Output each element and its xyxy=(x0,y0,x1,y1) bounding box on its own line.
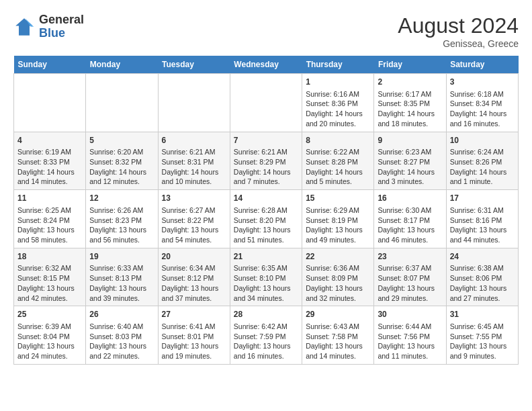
day-number: 28 xyxy=(234,309,298,320)
day-info: Sunrise: 6:31 AM Sunset: 8:16 PM Dayligh… xyxy=(450,205,515,245)
calendar-cell: 28Sunrise: 6:42 AM Sunset: 7:59 PM Dayli… xyxy=(230,306,302,365)
calendar-cell: 20Sunrise: 6:34 AM Sunset: 8:12 PM Dayli… xyxy=(158,248,230,306)
day-number: 30 xyxy=(378,309,442,320)
week-row-4: 18Sunrise: 6:32 AM Sunset: 8:15 PM Dayli… xyxy=(14,248,519,306)
week-row-1: 1Sunrise: 6:16 AM Sunset: 8:36 PM Daylig… xyxy=(14,74,519,132)
day-number: 6 xyxy=(162,135,226,146)
logo: General Blue xyxy=(13,13,84,40)
calendar-cell: 17Sunrise: 6:31 AM Sunset: 8:16 PM Dayli… xyxy=(446,190,518,248)
calendar-cell: 2Sunrise: 6:17 AM Sunset: 8:35 PM Daylig… xyxy=(374,74,446,132)
calendar-cell: 5Sunrise: 6:20 AM Sunset: 8:32 PM Daylig… xyxy=(86,132,158,190)
day-info: Sunrise: 6:23 AM Sunset: 8:27 PM Dayligh… xyxy=(378,147,442,187)
page-header: General Blue August 2024 Genissea, Greec… xyxy=(13,13,519,49)
header-wednesday: Wednesday xyxy=(230,56,302,74)
calendar-cell: 1Sunrise: 6:16 AM Sunset: 8:36 PM Daylig… xyxy=(302,74,374,132)
day-number: 2 xyxy=(378,77,442,88)
day-info: Sunrise: 6:25 AM Sunset: 8:24 PM Dayligh… xyxy=(17,205,82,245)
day-number: 11 xyxy=(17,193,82,204)
calendar-cell: 4Sunrise: 6:19 AM Sunset: 8:33 PM Daylig… xyxy=(14,132,86,190)
calendar-cell: 21Sunrise: 6:35 AM Sunset: 8:10 PM Dayli… xyxy=(230,248,302,306)
day-info: Sunrise: 6:30 AM Sunset: 8:17 PM Dayligh… xyxy=(378,205,442,245)
day-number: 20 xyxy=(162,251,226,263)
day-info: Sunrise: 6:38 AM Sunset: 8:06 PM Dayligh… xyxy=(450,263,515,303)
day-info: Sunrise: 6:20 AM Sunset: 8:32 PM Dayligh… xyxy=(89,147,154,187)
day-number: 23 xyxy=(378,251,442,263)
header-tuesday: Tuesday xyxy=(158,56,230,74)
day-number: 19 xyxy=(89,251,154,263)
day-number: 25 xyxy=(17,309,82,320)
day-info: Sunrise: 6:45 AM Sunset: 7:55 PM Dayligh… xyxy=(450,322,515,361)
calendar-cell: 19Sunrise: 6:33 AM Sunset: 8:13 PM Dayli… xyxy=(86,248,158,306)
day-info: Sunrise: 6:43 AM Sunset: 7:58 PM Dayligh… xyxy=(306,322,370,361)
day-info: Sunrise: 6:40 AM Sunset: 8:03 PM Dayligh… xyxy=(89,322,154,361)
day-info: Sunrise: 6:24 AM Sunset: 8:26 PM Dayligh… xyxy=(450,147,515,187)
calendar-header: SundayMondayTuesdayWednesdayThursdayFrid… xyxy=(14,56,519,74)
day-number: 10 xyxy=(450,135,515,146)
day-info: Sunrise: 6:27 AM Sunset: 8:22 PM Dayligh… xyxy=(162,205,226,245)
header-thursday: Thursday xyxy=(302,56,374,74)
day-number: 7 xyxy=(234,135,298,146)
day-info: Sunrise: 6:16 AM Sunset: 8:36 PM Dayligh… xyxy=(306,89,370,129)
day-info: Sunrise: 6:32 AM Sunset: 8:15 PM Dayligh… xyxy=(17,263,82,303)
day-number: 29 xyxy=(306,309,370,320)
header-monday: Monday xyxy=(86,56,158,74)
calendar-cell: 15Sunrise: 6:29 AM Sunset: 8:19 PM Dayli… xyxy=(302,190,374,248)
svg-marker-0 xyxy=(15,18,33,36)
day-number: 9 xyxy=(378,135,442,146)
calendar-cell: 8Sunrise: 6:22 AM Sunset: 8:28 PM Daylig… xyxy=(302,132,374,190)
week-row-2: 4Sunrise: 6:19 AM Sunset: 8:33 PM Daylig… xyxy=(14,132,519,190)
calendar-cell: 26Sunrise: 6:40 AM Sunset: 8:03 PM Dayli… xyxy=(86,306,158,365)
month-year: August 2024 xyxy=(398,13,519,38)
calendar-cell xyxy=(86,74,158,132)
day-number: 21 xyxy=(234,251,298,263)
day-info: Sunrise: 6:21 AM Sunset: 8:31 PM Dayligh… xyxy=(162,147,226,187)
day-info: Sunrise: 6:39 AM Sunset: 8:04 PM Dayligh… xyxy=(17,322,82,361)
day-info: Sunrise: 6:41 AM Sunset: 8:01 PM Dayligh… xyxy=(162,322,226,361)
calendar-cell: 29Sunrise: 6:43 AM Sunset: 7:58 PM Dayli… xyxy=(302,306,374,365)
location: Genissea, Greece xyxy=(398,38,519,49)
day-number: 8 xyxy=(306,135,370,146)
day-number: 24 xyxy=(450,251,515,263)
calendar-cell: 24Sunrise: 6:38 AM Sunset: 8:06 PM Dayli… xyxy=(446,248,518,306)
day-info: Sunrise: 6:29 AM Sunset: 8:19 PM Dayligh… xyxy=(306,205,370,245)
day-number: 14 xyxy=(234,193,298,204)
calendar-cell: 22Sunrise: 6:36 AM Sunset: 8:09 PM Dayli… xyxy=(302,248,374,306)
day-info: Sunrise: 6:37 AM Sunset: 8:07 PM Dayligh… xyxy=(378,263,442,303)
calendar-cell: 12Sunrise: 6:26 AM Sunset: 8:23 PM Dayli… xyxy=(86,190,158,248)
day-number: 26 xyxy=(89,309,154,320)
day-number: 18 xyxy=(17,251,82,263)
calendar-cell xyxy=(230,74,302,132)
day-info: Sunrise: 6:34 AM Sunset: 8:12 PM Dayligh… xyxy=(162,263,226,303)
day-number: 16 xyxy=(378,193,442,204)
day-number: 27 xyxy=(162,309,226,320)
day-info: Sunrise: 6:42 AM Sunset: 7:59 PM Dayligh… xyxy=(234,322,298,361)
day-info: Sunrise: 6:28 AM Sunset: 8:20 PM Dayligh… xyxy=(234,205,298,245)
calendar-cell: 3Sunrise: 6:18 AM Sunset: 8:34 PM Daylig… xyxy=(446,74,518,132)
day-info: Sunrise: 6:22 AM Sunset: 8:28 PM Dayligh… xyxy=(306,147,370,187)
calendar-cell: 10Sunrise: 6:24 AM Sunset: 8:26 PM Dayli… xyxy=(446,132,518,190)
header-friday: Friday xyxy=(374,56,446,74)
day-number: 1 xyxy=(306,77,370,88)
logo-blue-text: Blue xyxy=(39,26,65,40)
day-info: Sunrise: 6:44 AM Sunset: 7:56 PM Dayligh… xyxy=(378,322,442,361)
header-saturday: Saturday xyxy=(446,56,518,74)
header-row: SundayMondayTuesdayWednesdayThursdayFrid… xyxy=(14,56,519,74)
calendar-cell: 11Sunrise: 6:25 AM Sunset: 8:24 PM Dayli… xyxy=(14,190,86,248)
day-number: 22 xyxy=(306,251,370,263)
day-number: 15 xyxy=(306,193,370,204)
calendar-cell: 30Sunrise: 6:44 AM Sunset: 7:56 PM Dayli… xyxy=(374,306,446,365)
calendar-cell xyxy=(14,74,86,132)
header-sunday: Sunday xyxy=(14,56,86,74)
day-info: Sunrise: 6:33 AM Sunset: 8:13 PM Dayligh… xyxy=(89,263,154,303)
calendar-cell: 18Sunrise: 6:32 AM Sunset: 8:15 PM Dayli… xyxy=(14,248,86,306)
calendar-cell: 27Sunrise: 6:41 AM Sunset: 8:01 PM Dayli… xyxy=(158,306,230,365)
day-info: Sunrise: 6:35 AM Sunset: 8:10 PM Dayligh… xyxy=(234,263,298,303)
calendar-body: 1Sunrise: 6:16 AM Sunset: 8:36 PM Daylig… xyxy=(14,74,519,365)
day-info: Sunrise: 6:18 AM Sunset: 8:34 PM Dayligh… xyxy=(450,89,515,129)
logo-general-text: General xyxy=(39,13,84,26)
calendar-cell: 16Sunrise: 6:30 AM Sunset: 8:17 PM Dayli… xyxy=(374,190,446,248)
day-number: 5 xyxy=(89,135,154,146)
title-block: August 2024 Genissea, Greece xyxy=(398,13,519,49)
week-row-3: 11Sunrise: 6:25 AM Sunset: 8:24 PM Dayli… xyxy=(14,190,519,248)
day-info: Sunrise: 6:21 AM Sunset: 8:29 PM Dayligh… xyxy=(234,147,298,187)
